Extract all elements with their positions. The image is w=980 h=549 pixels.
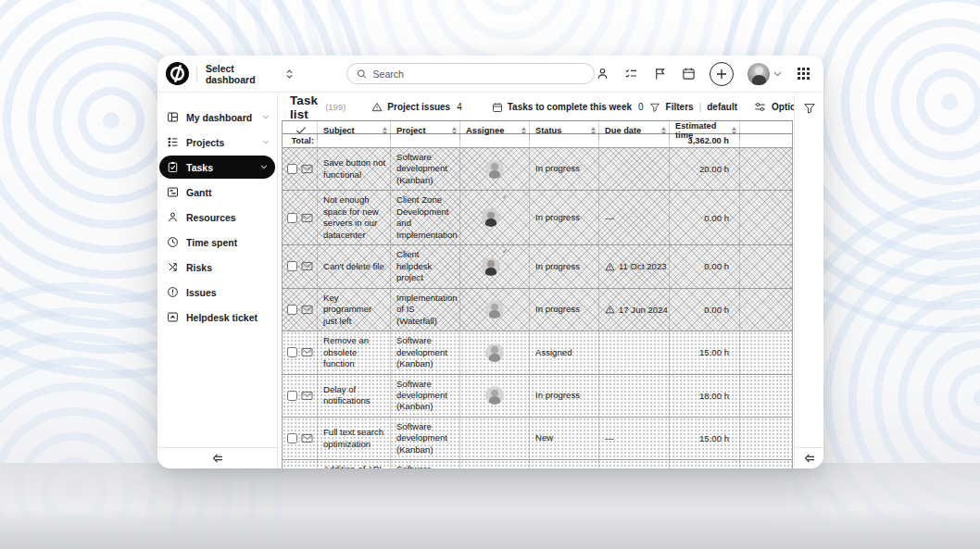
table-row[interactable]: Full text search optimizationSoftware de…: [283, 418, 792, 460]
email-icon[interactable]: [301, 305, 313, 315]
email-icon[interactable]: [301, 347, 313, 357]
task-due-date: [599, 331, 670, 373]
table-row[interactable]: Can't delete fileClient helpdesk project…: [283, 245, 792, 288]
task-project: Software development (Kanban): [391, 460, 460, 468]
row-checkbox[interactable]: [287, 164, 297, 174]
task-table: SubjectProjectAssigneeStatusDue dateEsti…: [282, 120, 793, 468]
due-date-text: ---: [605, 433, 614, 443]
task-due-date: ---: [599, 191, 670, 244]
page-header: Task list (199) Project issues 4 Tasks t…: [279, 94, 794, 120]
sidebar-item-label: Resources: [186, 212, 236, 223]
filter-panel-toggle[interactable]: [795, 102, 823, 115]
row-checkbox[interactable]: [287, 433, 297, 443]
sidebar-item-time-spent[interactable]: Time spent: [157, 231, 277, 254]
apps-grid-icon[interactable]: [796, 67, 810, 81]
sidebar-item-label: Tasks: [186, 162, 213, 173]
table-row[interactable]: Delay of notificationsSoftware developme…: [283, 375, 792, 418]
top-bar: Select dashboard: [157, 56, 823, 93]
row-checkbox[interactable]: [287, 347, 297, 357]
due-date-text: ---: [605, 213, 614, 223]
totals-row: Total:3,362.00 h: [283, 134, 792, 148]
task-assignee: ✓: [460, 245, 530, 287]
table-row[interactable]: Save button not functionalSoftware devel…: [283, 148, 792, 191]
task-status: New: [530, 460, 599, 468]
projects-icon: [167, 136, 179, 148]
filters-label: Filters: [666, 102, 694, 112]
collapse-rail-icon[interactable]: [802, 452, 817, 465]
sidebar-item-label: My dashboard: [186, 112, 252, 123]
tasks-icon: [167, 161, 179, 173]
table-row[interactable]: Key programmer just leftImplementation o…: [283, 289, 792, 331]
search-icon: [357, 69, 367, 80]
task-assignee: [460, 375, 530, 417]
chevron-down-icon: [262, 115, 270, 119]
row-checkbox[interactable]: [287, 261, 297, 271]
sliders-icon: [754, 101, 766, 113]
sidebar-item-risks[interactable]: Risks: [157, 256, 277, 279]
email-icon[interactable]: [301, 164, 313, 174]
email-icon[interactable]: [301, 391, 313, 401]
assignee-check-badge: ✓: [502, 193, 508, 201]
task-due-date: [599, 148, 670, 190]
dashboard-icon: [167, 111, 179, 123]
calendar-icon: [492, 102, 503, 113]
app-logo-icon[interactable]: [165, 61, 190, 86]
row-checkbox[interactable]: [287, 305, 297, 315]
up-down-icon: [285, 69, 294, 80]
task-subject: Delay of notifications: [318, 375, 391, 417]
task-project: Implementation of IS (Waterfall): [391, 289, 460, 331]
task-estimated-time: 0.00 h: [670, 245, 740, 287]
filters-button[interactable]: Filters | default: [649, 102, 737, 113]
funnel-icon: [803, 102, 816, 115]
flag-icon[interactable]: [652, 67, 667, 81]
user-avatar[interactable]: [748, 63, 770, 85]
user-menu[interactable]: [748, 63, 782, 85]
resources-icon: [167, 211, 179, 223]
email-icon[interactable]: [301, 213, 313, 223]
warning-icon: [371, 102, 383, 112]
assignee-avatar: [485, 386, 504, 405]
sidebar-item-my-dashboard[interactable]: My dashboard: [157, 106, 277, 129]
assignee-avatar: [485, 343, 504, 362]
project-issues-chip[interactable]: Project issues 4: [371, 102, 461, 112]
table-row[interactable]: Addition of API for advanced entitiesSof…: [283, 460, 792, 468]
task-status: New: [530, 418, 599, 459]
add-new-button[interactable]: [710, 62, 734, 86]
sidebar-item-tasks[interactable]: Tasks: [159, 156, 275, 179]
email-icon[interactable]: [301, 261, 313, 271]
global-search[interactable]: [346, 63, 595, 84]
task-subject: Can't delete file: [318, 245, 391, 287]
calendar-icon[interactable]: [681, 67, 696, 81]
options-button[interactable]: Options: [754, 101, 794, 113]
gantt-icon: [167, 186, 179, 198]
task-due-date: [599, 375, 670, 417]
row-checkbox[interactable]: [287, 213, 297, 223]
table-row[interactable]: Not enough space for new servers in our …: [283, 191, 792, 245]
dashboard-selector[interactable]: Select dashboard: [206, 63, 294, 85]
sidebar-item-helpdesk-ticket[interactable]: Helpdesk ticket: [157, 306, 277, 329]
sidebar-item-gantt[interactable]: Gantt: [157, 181, 277, 204]
task-count: (199): [325, 102, 346, 112]
table-row[interactable]: Remove an obsolete functionSoftware deve…: [283, 331, 792, 374]
task-project: Software development (Kanban): [391, 375, 460, 417]
task-status: In progress: [530, 375, 599, 417]
sidebar-item-issues[interactable]: Issues: [157, 281, 277, 304]
options-label: Options: [772, 102, 794, 112]
sidebar-item-projects[interactable]: Projects: [157, 131, 277, 154]
collapse-sidebar-icon[interactable]: [210, 452, 225, 465]
sidebar-item-label: Projects: [186, 137, 224, 148]
due-date-text: 11 Oct 2023: [619, 261, 667, 271]
sidebar-item-label: Issues: [186, 287, 217, 298]
email-icon[interactable]: [301, 433, 313, 443]
checklist-icon[interactable]: [623, 67, 638, 81]
due-date-text: 17 Jun 2024: [619, 305, 668, 315]
tasks-week-chip[interactable]: Tasks to complete this week 0: [492, 102, 644, 113]
chevron-down-icon: [260, 165, 268, 169]
search-input[interactable]: [373, 69, 584, 80]
sidebar-item-resources[interactable]: Resources: [157, 206, 277, 229]
row-checkbox[interactable]: [287, 391, 297, 401]
person-icon[interactable]: [595, 67, 609, 81]
assignee-check-badge: ✓: [502, 248, 508, 256]
dashboard-selector-label: Select dashboard: [206, 63, 278, 85]
sidebar-footer: [157, 447, 277, 468]
